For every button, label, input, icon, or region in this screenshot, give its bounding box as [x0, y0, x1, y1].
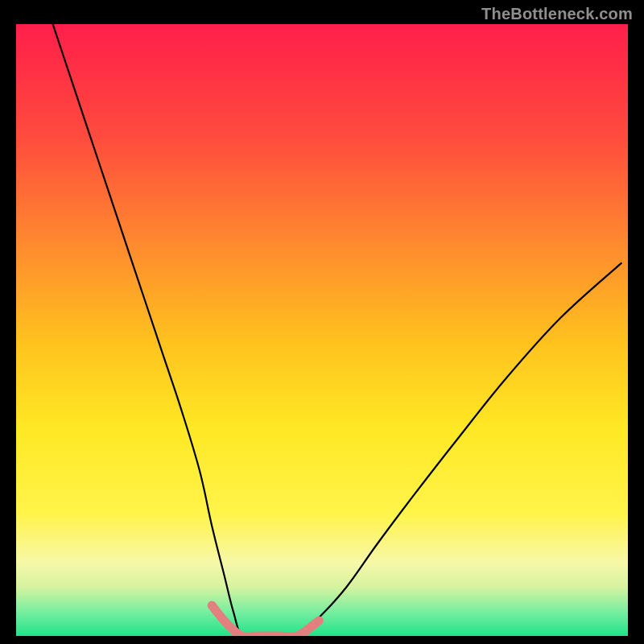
- watermark-label: TheBottleneck.com: [481, 5, 633, 23]
- chart-frame: { "watermark": "TheBottleneck.com", "cha…: [0, 0, 644, 644]
- bottleneck-chart: [0, 0, 644, 644]
- gradient-background: [16, 24, 628, 636]
